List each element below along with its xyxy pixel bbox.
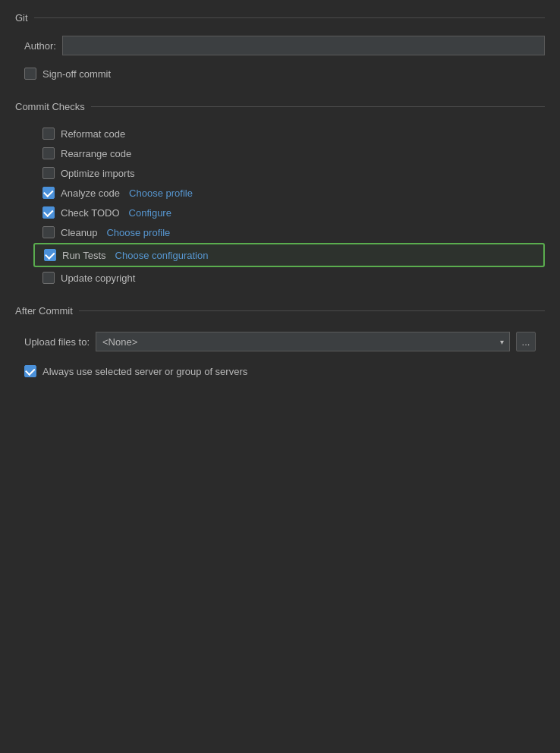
always-use-row: Always use selected server or group of s… — [15, 362, 545, 380]
after-commit-title: After Commit — [15, 305, 73, 317]
cleanup-label: Cleanup — [61, 227, 97, 238]
todo-checkbox[interactable] — [42, 206, 55, 219]
after-commit-section: After Commit Upload files to: <None> ▾ .… — [15, 305, 545, 380]
signoff-label: Sign-off commit — [42, 68, 111, 80]
analyze-row: Analyze code Choose profile — [33, 184, 545, 202]
git-section-header: Git — [15, 12, 545, 24]
analyze-label: Analyze code — [61, 187, 120, 199]
copyright-row: Update copyright — [33, 269, 545, 287]
copyright-label: Update copyright — [61, 273, 135, 284]
upload-row: Upload files to: <None> ▾ ... — [15, 329, 545, 354]
git-section: Git Author: Sign-off commit — [15, 12, 545, 83]
analyze-profile-link[interactable]: Choose profile — [129, 187, 193, 199]
always-use-label: Always use selected server or group of s… — [42, 366, 247, 377]
after-commit-header: After Commit — [15, 305, 545, 317]
upload-select[interactable]: <None> — [96, 332, 510, 351]
run-tests-config-link[interactable]: Choose configuration — [115, 250, 209, 261]
always-use-checkbox[interactable] — [24, 365, 36, 377]
reformat-label: Reformat code — [61, 128, 125, 140]
signoff-row: Sign-off commit — [15, 65, 545, 83]
upload-select-container: <None> ▾ — [96, 332, 510, 351]
run-tests-checkbox[interactable] — [44, 249, 56, 261]
run-tests-row: Run Tests Choose configuration — [33, 243, 545, 267]
commit-checks-header: Commit Checks — [15, 101, 545, 112]
signoff-checkbox[interactable] — [24, 68, 36, 80]
author-label: Author: — [24, 40, 56, 52]
rearrange-row: Rearrange code — [33, 144, 545, 162]
reformat-row: Reformat code — [33, 124, 545, 143]
run-tests-label: Run Tests — [62, 250, 106, 261]
optimize-checkbox[interactable] — [42, 167, 55, 179]
todo-configure-link[interactable]: Configure — [129, 207, 171, 219]
cleanup-row: Cleanup Choose profile — [33, 223, 545, 241]
rearrange-checkbox[interactable] — [42, 147, 55, 159]
copyright-checkbox[interactable] — [42, 272, 55, 284]
cleanup-profile-link[interactable]: Choose profile — [106, 227, 170, 238]
reformat-checkbox[interactable] — [42, 128, 55, 140]
todo-row: Check TODO Configure — [33, 203, 545, 222]
upload-ellipsis-button[interactable]: ... — [516, 332, 536, 351]
rearrange-label: Rearrange code — [61, 148, 131, 159]
author-input[interactable] — [62, 36, 545, 55]
commit-checks-section: Commit Checks Reformat code Rearrange co… — [15, 101, 545, 287]
optimize-row: Optimize imports — [33, 164, 545, 182]
ellipsis-icon: ... — [522, 336, 530, 348]
todo-label: Check TODO — [61, 207, 120, 219]
commit-checks-title: Commit Checks — [15, 101, 85, 112]
git-section-title: Git — [15, 12, 28, 24]
optimize-label: Optimize imports — [61, 168, 135, 179]
author-row: Author: — [15, 36, 545, 55]
upload-label: Upload files to: — [24, 336, 90, 348]
analyze-checkbox[interactable] — [42, 187, 55, 199]
checks-items: Reformat code Rearrange code Optimize im… — [15, 124, 545, 287]
cleanup-checkbox[interactable] — [42, 226, 55, 238]
